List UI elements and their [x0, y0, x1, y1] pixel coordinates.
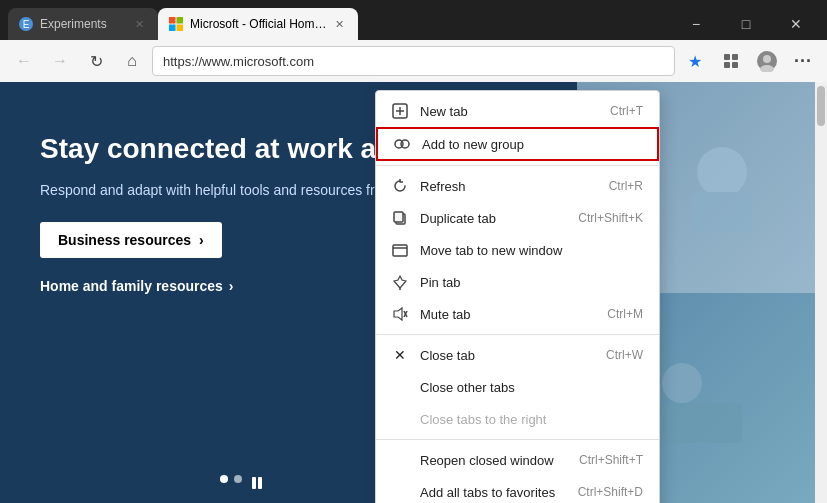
menu-label-add-group: Add to new group	[422, 137, 643, 152]
mute-icon	[390, 304, 410, 324]
svg-rect-23	[394, 212, 403, 222]
tab-microsoft[interactable]: Microsoft - Official Home P... ✕	[158, 8, 358, 40]
svg-point-11	[763, 55, 771, 63]
forward-button[interactable]: →	[44, 45, 76, 77]
back-button[interactable]: ←	[8, 45, 40, 77]
menu-item-close-tab[interactable]: ✕ Close tab Ctrl+W	[376, 339, 659, 371]
dot-2[interactable]	[234, 475, 242, 483]
svg-rect-4	[169, 25, 176, 32]
menu-shortcut-mute: Ctrl+M	[607, 307, 643, 321]
reopen-icon	[390, 450, 410, 470]
svg-rect-5	[177, 25, 184, 32]
svg-rect-24	[393, 245, 407, 256]
tab-experiments-close[interactable]: ✕	[130, 15, 148, 33]
menu-label-move-window: Move tab to new window	[420, 243, 643, 258]
profile-button[interactable]	[751, 45, 783, 77]
svg-rect-14	[692, 192, 752, 232]
divider-1	[376, 165, 659, 166]
menu-label-new-tab: New tab	[420, 104, 610, 119]
tab-microsoft-title: Microsoft - Official Home P...	[190, 17, 330, 31]
collections-button[interactable]	[715, 45, 747, 77]
tab-microsoft-close[interactable]: ✕	[330, 15, 348, 33]
svg-rect-3	[177, 17, 184, 24]
svg-rect-6	[724, 54, 730, 60]
svg-rect-9	[732, 62, 738, 68]
address-input[interactable]	[152, 46, 675, 76]
arrow-icon-2: ›	[229, 278, 234, 294]
refresh-button[interactable]: ↻	[80, 45, 112, 77]
divider-2	[376, 334, 659, 335]
menu-item-close-others[interactable]: Close other tabs	[376, 371, 659, 403]
menu-shortcut-refresh: Ctrl+R	[609, 179, 643, 193]
menu-item-add-group[interactable]: Add to new group	[376, 127, 659, 161]
window-controls: − □ ✕	[673, 8, 819, 40]
business-resources-label: Business resources	[58, 232, 191, 248]
menu-label-pin: Pin tab	[420, 275, 643, 290]
svg-point-13	[697, 147, 747, 197]
move-window-icon	[390, 240, 410, 260]
refresh-icon	[390, 176, 410, 196]
menu-label-reopen: Reopen closed window	[420, 453, 579, 468]
more-button[interactable]: ···	[787, 45, 819, 77]
home-family-label: Home and family resources	[40, 278, 223, 294]
new-tab-icon	[390, 101, 410, 121]
close-right-icon	[390, 409, 410, 429]
menu-item-add-favorites[interactable]: Add all tabs to favorites Ctrl+Shift+D	[376, 476, 659, 503]
menu-label-add-favorites: Add all tabs to favorites	[420, 485, 578, 500]
scrollbar[interactable]	[815, 82, 827, 503]
maximize-button[interactable]: □	[723, 8, 769, 40]
close-tab-icon: ✕	[390, 345, 410, 365]
menu-label-close-tab: Close tab	[420, 348, 606, 363]
menu-label-duplicate: Duplicate tab	[420, 211, 578, 226]
tab-experiments-favicon: E	[18, 16, 34, 32]
tab-experiments[interactable]: E Experiments ✕	[8, 8, 158, 40]
menu-item-refresh[interactable]: Refresh Ctrl+R	[376, 170, 659, 202]
svg-rect-8	[724, 62, 730, 68]
svg-rect-16	[662, 403, 742, 443]
pause-button[interactable]	[252, 475, 268, 491]
svg-marker-27	[394, 308, 402, 320]
browser-frame: E Experiments ✕ Microsoft - Official Hom…	[0, 0, 827, 503]
menu-label-close-others: Close other tabs	[420, 380, 643, 395]
svg-point-21	[401, 140, 409, 148]
duplicate-icon	[390, 208, 410, 228]
business-resources-button[interactable]: Business resources ›	[40, 222, 222, 258]
svg-rect-2	[169, 17, 176, 24]
favorites-button[interactable]: ★	[679, 45, 711, 77]
menu-label-mute: Mute tab	[420, 307, 607, 322]
address-bar-area: ← → ↻ ⌂ ★ ···	[0, 40, 827, 82]
main-content: Stay connected at work and home Respond …	[0, 82, 827, 503]
home-button[interactable]: ⌂	[116, 45, 148, 77]
tab-microsoft-favicon	[168, 16, 184, 32]
menu-shortcut-reopen: Ctrl+Shift+T	[579, 453, 643, 467]
close-others-icon	[390, 377, 410, 397]
svg-point-15	[662, 363, 702, 403]
page-dots	[220, 475, 268, 491]
menu-shortcut-add-favorites: Ctrl+Shift+D	[578, 485, 643, 499]
dot-1[interactable]	[220, 475, 228, 483]
menu-item-pin[interactable]: Pin tab	[376, 266, 659, 298]
menu-shortcut-duplicate: Ctrl+Shift+K	[578, 211, 643, 225]
add-favorites-icon	[390, 482, 410, 502]
menu-item-move-window[interactable]: Move tab to new window	[376, 234, 659, 266]
tab-experiments-title: Experiments	[40, 17, 130, 31]
minimize-button[interactable]: −	[673, 8, 719, 40]
context-menu: New tab Ctrl+T Add to new group	[375, 90, 660, 503]
svg-text:E: E	[23, 19, 30, 30]
tab-bar: E Experiments ✕ Microsoft - Official Hom…	[0, 0, 827, 40]
close-button[interactable]: ✕	[773, 8, 819, 40]
menu-item-reopen[interactable]: Reopen closed window Ctrl+Shift+T	[376, 444, 659, 476]
scrollbar-thumb[interactable]	[817, 86, 825, 126]
menu-item-duplicate[interactable]: Duplicate tab Ctrl+Shift+K	[376, 202, 659, 234]
menu-label-refresh: Refresh	[420, 179, 609, 194]
menu-item-new-tab[interactable]: New tab Ctrl+T	[376, 95, 659, 127]
arrow-icon: ›	[199, 232, 204, 248]
menu-item-close-right: Close tabs to the right	[376, 403, 659, 435]
divider-3	[376, 439, 659, 440]
pin-icon	[390, 272, 410, 292]
menu-label-close-right: Close tabs to the right	[420, 412, 643, 427]
menu-shortcut-close-tab: Ctrl+W	[606, 348, 643, 362]
add-group-icon	[392, 134, 412, 154]
menu-shortcut-new-tab: Ctrl+T	[610, 104, 643, 118]
menu-item-mute[interactable]: Mute tab Ctrl+M	[376, 298, 659, 330]
